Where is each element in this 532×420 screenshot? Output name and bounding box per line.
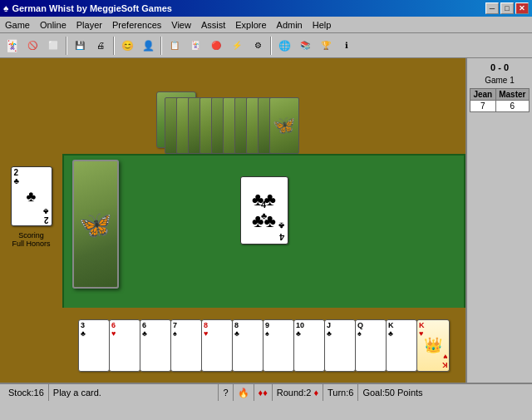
left-panel: 2♣ ♣ 2♣ Scoring Full Honors — [0, 58, 62, 383]
toolbar-face[interactable]: 😊 — [117, 36, 137, 56]
toolbar-book[interactable]: 📚 — [295, 36, 315, 56]
play-message: Play a card. — [53, 388, 101, 398]
menu-preferences[interactable]: Preferences — [107, 17, 166, 32]
game-area: 🦋 🦋 4♣ ♣♣♣♣ 4♣ — [62, 58, 466, 383]
hand-card-6c[interactable]: 6♣ — [140, 319, 171, 372]
toolbar-sep-3 — [160, 37, 162, 55]
toolbar-cards3[interactable]: 🔴 — [206, 36, 226, 56]
goal-label: Goal:50 Points — [362, 388, 422, 398]
status-bar: Stock:16 Play a card. ? 🔥 ♦♦ Round:2 ♦ T… — [0, 383, 532, 401]
opp-card-10: 🦋 — [269, 97, 299, 154]
toolbar-save[interactable]: 💾 — [70, 36, 90, 56]
hand-card-kh[interactable]: K♥ K♥ 👑 — [416, 319, 450, 372]
status-turn: Turn:6 — [323, 384, 358, 401]
toolbar-sep-4 — [270, 37, 272, 55]
hand-card-8c[interactable]: 8♣ — [232, 319, 264, 372]
toolbar-trophy[interactable]: 🏆 — [316, 36, 336, 56]
center-played-card: 4♣ ♣♣♣♣ 4♣ — [240, 176, 288, 245]
menu-admin[interactable]: Admin — [272, 17, 308, 32]
game-label: Game 1 — [485, 76, 515, 85]
menu-bar: Game Online Player Preferences View Assi… — [0, 17, 532, 33]
hand-card-8h[interactable]: 8♥ — [201, 319, 233, 372]
status-diamonds: ♦♦ — [254, 384, 273, 401]
opponent-card-stack: 🦋 — [148, 87, 381, 154]
round-label: Round:2 ♦ — [277, 388, 318, 398]
score-row: 7 6 — [470, 101, 530, 112]
maximize-button[interactable]: □ — [500, 2, 514, 14]
title-bar: ♠ German Whist by MeggieSoft Games ─ □ ✕ — [0, 0, 532, 17]
main-game-area: 2♣ ♣ 2♣ Scoring Full Honors — [0, 58, 532, 383]
toolbar-person[interactable]: 👤 — [138, 36, 158, 56]
toolbar-new[interactable]: 🃏 — [2, 36, 22, 56]
butterfly-icon: 🦋 — [79, 209, 112, 240]
window-title: German Whist by MeggieSoft Games — [12, 3, 172, 13]
hint-icon[interactable]: ? — [223, 388, 228, 398]
card-rank-tl: 2♣ — [14, 169, 20, 185]
hand-card-10c[interactable]: 10♣ — [293, 319, 325, 372]
app-icon: ♠ — [3, 2, 8, 14]
menu-view[interactable]: View — [166, 17, 196, 32]
menu-explore[interactable]: Explore — [230, 17, 271, 32]
status-round: Round:2 ♦ — [273, 384, 323, 401]
toolbar-print[interactable]: 🖨 — [91, 36, 111, 56]
menu-player[interactable]: Player — [71, 17, 107, 32]
hand-card-7s[interactable]: 7♠ — [170, 319, 202, 372]
stock-label: Stock:16 — [8, 388, 44, 398]
hand-card-qs[interactable]: Q♠ — [355, 319, 387, 372]
status-goal: Goal:50 Points — [358, 384, 528, 401]
toolbar-stop[interactable]: 🚫 — [22, 36, 42, 56]
felt-play-area: 🦋 4♣ ♣♣♣♣ 4♣ — [62, 154, 466, 324]
score-table: Jean Master 7 6 — [470, 88, 530, 112]
menu-help[interactable]: Help — [308, 17, 337, 32]
score-col-jean: Jean — [470, 89, 496, 101]
turn-label: Turn:6 — [328, 388, 353, 398]
score-header: 0 - 0 — [490, 62, 509, 72]
score-master: 6 — [495, 101, 529, 112]
scoring-label: Scoring Full Honors — [12, 231, 50, 248]
status-fire: 🔥 — [234, 384, 254, 401]
toolbar-blank[interactable]: ⬜ — [43, 36, 63, 56]
fire-icon: 🔥 — [238, 388, 249, 398]
player-side-card: 2♣ ♣ 2♣ — [11, 166, 52, 226]
card-rank-br: 2♣ — [43, 207, 49, 224]
title-bar-left: ♠ German Whist by MeggieSoft Games — [3, 2, 172, 14]
card-center-suit: ♣ — [27, 188, 37, 205]
score-panel: 0 - 0 Game 1 Jean Master 7 6 — [466, 58, 532, 383]
minimize-button[interactable]: ─ — [485, 2, 499, 14]
diamond-icons: ♦♦ — [259, 388, 268, 398]
close-button[interactable]: ✕ — [515, 2, 529, 14]
status-message: Play a card. — [49, 384, 219, 401]
score-col-master: Master — [495, 89, 529, 101]
toolbar-info[interactable]: ℹ — [337, 36, 357, 56]
toolbar-cards4[interactable]: ⚡ — [227, 36, 247, 56]
player-hand: 3♣ 6♥ 6♣ 7♠ 8♥ — [78, 319, 450, 372]
status-stock: Stock:16 — [4, 384, 49, 401]
toolbar-sep-1 — [66, 37, 67, 55]
toolbar-globe[interactable]: 🌐 — [274, 36, 294, 56]
toolbar-cards1[interactable]: 📋 — [165, 36, 185, 56]
toolbar-setting[interactable]: ⚙ — [248, 36, 268, 56]
hand-card-6h[interactable]: 6♥ — [109, 319, 140, 372]
toolbar: 🃏 🚫 ⬜ 💾 🖨 😊 👤 📋 🃏 🔴 ⚡ ⚙ 🌐 📚 🏆 ℹ — [0, 33, 532, 58]
toolbar-cards2[interactable]: 🃏 — [185, 36, 205, 56]
status-hint[interactable]: ? — [219, 384, 233, 401]
opponent-played-card: 🦋 — [72, 160, 119, 289]
toolbar-sep-2 — [113, 37, 115, 55]
center-card-suit: ♣♣♣♣ — [252, 189, 276, 232]
center-card-rank-bot: 4♣ — [278, 220, 284, 242]
menu-assist[interactable]: Assist — [196, 17, 230, 32]
hand-card-9s[interactable]: 9♠ — [263, 319, 294, 372]
player-hand-area: 3♣ 6♥ 6♣ 7♠ 8♥ — [62, 308, 466, 383]
opponent-hand-area: 🦋 — [62, 58, 466, 158]
title-bar-controls: ─ □ ✕ — [485, 2, 529, 14]
hand-card-jc[interactable]: J♣ — [324, 319, 356, 372]
hand-card-kc[interactable]: K♣ — [386, 319, 417, 372]
hand-card-3c[interactable]: 3♣ — [78, 319, 110, 372]
menu-online[interactable]: Online — [35, 17, 71, 32]
menu-game[interactable]: Game — [0, 17, 35, 32]
score-jean: 7 — [470, 101, 496, 112]
